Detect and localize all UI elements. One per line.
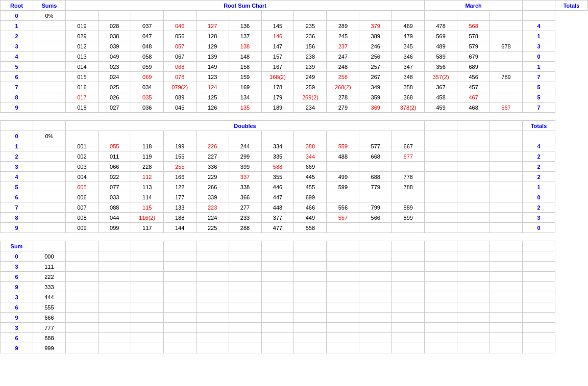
doubles-data-cell: 399 (229, 162, 261, 172)
data-cell: 237 (327, 41, 359, 52)
doubles-data-cell: 229 (196, 172, 229, 182)
data-cell: 038 (98, 31, 131, 41)
data-cell: 057 (163, 41, 196, 52)
root-sum-row-8: 8017026035089125134179269(2)278359368458… (1, 92, 588, 102)
doubles-data-cell: 699 (294, 192, 327, 202)
triple-sum-555: 6 (1, 302, 33, 313)
data-cell: 456 (457, 72, 490, 82)
doubles-data-cell: 077 (98, 182, 131, 192)
data-cell: 579 (457, 41, 490, 52)
separator-row-1 (1, 113, 588, 121)
data-cell: 589 (425, 52, 457, 62)
triple-sum-888: 6 (1, 333, 33, 343)
triples-row-777: 3777 (1, 323, 588, 333)
root-0-label: 0 (1, 11, 33, 21)
data-cell: 679 (457, 52, 490, 62)
doubles-data-cell: 466 (294, 202, 327, 213)
data-cell: 368 (392, 92, 425, 102)
doubles-data-cell: 113 (131, 182, 163, 192)
doubles-data-cell: 599 (327, 182, 359, 192)
doubles-data-cell: 008 (65, 213, 98, 223)
doubles-data-cell: 022 (98, 172, 131, 182)
total-9: 7 (523, 102, 555, 113)
data-cell: 069 (131, 72, 163, 82)
doubles-row-3: 30030662282553363995886692 (1, 162, 588, 172)
doubles-data-cell: 003 (65, 162, 98, 172)
doubles-data-cell: 255 (163, 162, 196, 172)
triples-row-999: 9999 (1, 343, 588, 353)
data-cell: 689 (457, 62, 490, 72)
data-cell: 468 (457, 102, 490, 113)
data-cell: 027 (98, 102, 131, 113)
triple-val-777: 777 (33, 323, 65, 333)
data-cell: 567 (490, 102, 523, 113)
doubles-data-cell: 011 (98, 151, 131, 162)
data-cell: 067 (163, 52, 196, 62)
data-cell: 469 (392, 21, 425, 31)
root-sum-row-3: 3012039048057129138147156237246345489579… (1, 41, 588, 52)
data-cell: 079(2) (163, 82, 196, 92)
data-cell: 257 (359, 62, 392, 72)
doubles-data-cell: 177 (163, 192, 196, 202)
doubles-data-cell: 779 (359, 182, 392, 192)
doubles-data-cell: 477 (261, 223, 294, 233)
triples-header-row: Sum (1, 241, 588, 251)
data-cell: 056 (163, 31, 196, 41)
triple-sum-666: 9 (1, 313, 33, 323)
sums-col-header: Sums (33, 1, 65, 11)
data-cell: 378(2) (392, 102, 425, 113)
triple-val-999: 999 (33, 343, 65, 353)
doubles-data-cell: 559 (327, 141, 359, 151)
data-cell: 457 (457, 82, 490, 92)
data-cell: 379 (359, 21, 392, 31)
triple-val-555: 555 (33, 302, 65, 313)
doubles-data-cell: 244 (229, 141, 261, 151)
doubles-data-cell: 004 (65, 172, 98, 182)
triples-row-222: 6222 (1, 272, 588, 282)
root-sum-row-7: 7016025034079(2)124169178259268(2)349358… (1, 82, 588, 92)
doubles-data-cell: 499 (327, 172, 359, 182)
root-sum-row-9: 9018027036045126135189234279369378(2)459… (1, 102, 588, 113)
triple-sum-111: 3 (1, 262, 33, 272)
data-cell: 167 (261, 62, 294, 72)
data-cell: 025 (98, 82, 131, 92)
doubles-data-cell: 344 (294, 151, 327, 162)
data-cell: 168(2) (261, 72, 294, 82)
totals-header: Totals (555, 1, 587, 11)
doubles-data-cell: 339 (196, 192, 229, 202)
root-label-1: 1 (1, 21, 33, 31)
data-cell: 256 (359, 52, 392, 62)
data-cell: 018 (65, 102, 98, 113)
data-cell: 157 (261, 52, 294, 62)
doubles-data-cell: 788 (392, 182, 425, 192)
separator-row-2 (1, 233, 588, 241)
doubles-row-8: 8008044116(2)1882242333774495575668993 (1, 213, 588, 223)
triple-sum-000: 0 (1, 251, 33, 262)
triple-val-666: 666 (33, 313, 65, 323)
data-cell: 019 (65, 21, 98, 31)
doubles-data-cell: 119 (131, 151, 163, 162)
triples-row-888: 6888 (1, 333, 588, 343)
data-cell: 147 (261, 41, 294, 52)
data-cell: 135 (229, 102, 261, 113)
doubles-data-cell: 334 (261, 141, 294, 151)
doubles-data-cell: 447 (261, 192, 294, 202)
doubles-data-cell: 099 (98, 223, 131, 233)
data-cell: 489 (425, 41, 457, 52)
data-cell: 234 (294, 102, 327, 113)
data-cell: 289 (327, 21, 359, 31)
doubles-data-cell: 005 (65, 182, 98, 192)
doubles-data-cell: 668 (359, 151, 392, 162)
doubles-data-cell: 088 (98, 202, 131, 213)
doubles-title: Doubles (65, 121, 424, 131)
root-sum-row-5: 5014023059068149158167239248257347356689… (1, 62, 588, 72)
triple-sum-222: 6 (1, 272, 33, 282)
doubles-data-cell: 155 (163, 151, 196, 162)
data-cell: 016 (65, 82, 98, 92)
data-cell: 125 (196, 92, 229, 102)
data-cell: 037 (131, 21, 163, 31)
data-cell: 259 (294, 82, 327, 92)
data-cell: 247 (327, 52, 359, 62)
data-cell: 358 (392, 82, 425, 92)
data-cell: 156 (294, 41, 327, 52)
